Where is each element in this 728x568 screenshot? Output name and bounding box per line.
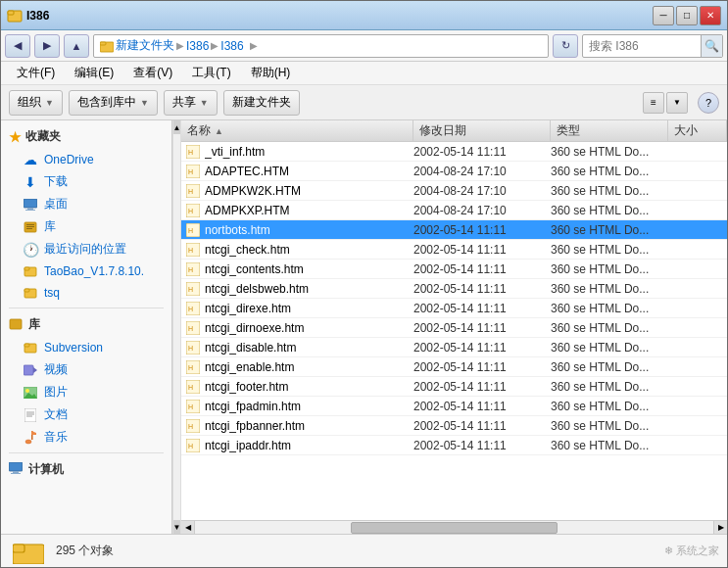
forward-button[interactable]: ▶ [34,34,60,58]
svg-rect-30 [9,462,23,471]
back-button[interactable]: ◀ [5,34,30,58]
sidebar-item-desktop[interactable]: 桌面 [1,193,171,215]
col-header-date[interactable]: 修改日期 [413,120,551,141]
sidebar-item-taobao[interactable]: TaoBao_V1.7.8.10. [1,260,171,282]
svg-text:H: H [188,286,193,293]
sidebar-divider2 [9,452,164,453]
view-buttons: ≡ ▼ [643,92,688,114]
up-button[interactable]: ▲ [64,34,89,58]
organize-button[interactable]: 组织 ▼ [9,90,63,116]
file-type: 360 se HTML Do... [551,282,668,296]
sidebar-divider1 [9,308,164,308]
table-row[interactable]: Hntcgi_dirnoexe.htm2002-05-14 11:11360 s… [181,318,727,338]
file-name: ntcgi_contents.htm [205,262,413,276]
computer-section-title[interactable]: 计算机 [1,457,171,482]
table-row[interactable]: Hntcgi_contents.htm2002-05-14 11:11360 s… [181,260,727,279]
sidebar-item-onedrive[interactable]: ☁ OneDrive [1,149,171,170]
sidebar-item-video[interactable]: 视频 [1,358,171,381]
breadcrumb-part3[interactable]: I386 [220,39,243,53]
menu-view[interactable]: 查看(V) [125,63,180,83]
table-row[interactable]: HADMPKXP.HTM2004-08-24 17:10360 se HTML … [181,201,727,220]
menu-file[interactable]: 文件(F) [9,63,63,83]
close-button[interactable]: ✕ [700,6,721,25]
hscroll-thumb[interactable] [351,522,558,534]
status-logo: ❄ 系统之家 [664,544,719,558]
table-row[interactable]: Hntcgi_fpadmin.htm2002-05-14 11:11360 se… [181,397,727,416]
sidebar-item-subversion[interactable]: Subversion [1,337,171,358]
breadcrumb[interactable]: 新建文件夹 ▶ I386 ▶ I386 ▶ [93,34,549,58]
sidebar-item-downloads[interactable]: ⬇ 下载 [1,170,171,193]
table-row[interactable]: Hntcgi_check.htm2002-05-14 11:11360 se H… [181,240,727,260]
svg-rect-1 [8,11,14,15]
file-name: ntcgi_disable.htm [205,341,413,355]
col-header-size[interactable]: 大小 [668,120,727,141]
menu-tools[interactable]: 工具(T) [184,63,238,83]
table-row[interactable]: Hntcgi_fpbanner.htm2002-05-14 11:11360 s… [181,416,727,436]
file-icon: H [181,162,205,181]
file-icon: H [181,377,205,397]
file-type: 360 se HTML Do... [551,341,668,355]
minimize-button[interactable]: ─ [653,6,674,25]
folder-icon [100,39,114,53]
file-list-area: 名称 ▲ 修改日期 类型 大小 H_vti_inf.htm2002-05-14 … [181,120,727,534]
table-row[interactable]: Hntcgi_ipaddr.htm2002-05-14 11:11360 se … [181,436,727,455]
file-type: 360 se HTML Do... [551,302,668,315]
file-date: 2002-05-14 11:11 [413,282,551,296]
hscroll-track[interactable] [195,521,713,535]
sidebar-scrollbar[interactable]: ▲ ▼ [172,120,181,534]
maximize-button[interactable]: □ [676,6,698,25]
file-icon: H [181,318,205,338]
documents-icon [23,407,38,423]
breadcrumb-part1[interactable]: 新建文件夹 [116,37,174,54]
file-date: 2004-08-24 17:10 [413,204,551,217]
hscrollbar[interactable]: ◀ ▶ [181,520,727,534]
svg-point-27 [25,440,31,444]
table-row[interactable]: Hnortbots.htm2002-05-14 11:11360 se HTML… [181,220,727,240]
favorites-title[interactable]: ★ 收藏夹 [1,124,171,149]
table-row[interactable]: Hntcgi_delsbweb.htm2002-05-14 11:11360 s… [181,279,727,299]
sidebar-item-library[interactable]: 库 [1,215,171,238]
sidebar-item-recent[interactable]: 🕐 最近访问的位置 [1,238,171,260]
sidebar-item-documents[interactable]: 文档 [1,403,171,426]
library-button[interactable]: 包含到库中 ▼ [69,90,158,116]
svg-rect-17 [24,344,29,347]
library-section-title[interactable]: 库 [1,312,171,337]
table-row[interactable]: Hntcgi_enable.htm2002-05-14 11:11360 se … [181,357,727,377]
sidebar-item-music[interactable]: 音乐 [1,426,171,449]
share-button[interactable]: 共享 ▼ [164,90,218,116]
col-header-name[interactable]: 名称 ▲ [181,120,413,141]
table-row[interactable]: H_vti_inf.htm2002-05-14 11:11360 se HTML… [181,142,727,162]
desktop-icon [23,197,38,213]
table-row[interactable]: Hntcgi_direxe.htm2002-05-14 11:11360 se … [181,299,727,318]
file-name: ntcgi_footer.htm [205,380,413,394]
menu-edit[interactable]: 编辑(E) [67,63,121,83]
file-name: nortbots.htm [205,223,413,237]
sidebar-item-pictures[interactable]: 图片 [1,381,171,403]
hscroll-right-button[interactable]: ▶ [713,521,727,535]
col-header-type[interactable]: 类型 [551,120,668,141]
sidebar-scroll-up[interactable]: ▲ [173,120,180,134]
status-count: 295 个对象 [56,543,114,559]
sidebar-item-tsq[interactable]: tsq [1,282,171,304]
table-row[interactable]: Hntcgi_disable.htm2002-05-14 11:11360 se… [181,338,727,357]
table-row[interactable]: Hntcgi_footer.htm2002-05-14 11:11360 se … [181,377,727,397]
breadcrumb-part2[interactable]: I386 [186,39,209,53]
svg-rect-66 [13,544,24,552]
file-date: 2002-05-14 11:11 [413,262,551,276]
refresh-button[interactable]: ↻ [553,34,578,58]
sidebar-scroll-down[interactable]: ▼ [173,520,180,534]
table-row[interactable]: HADMPKW2K.HTM2004-08-24 17:10360 se HTML… [181,181,727,201]
table-row[interactable]: HADAPTEC.HTM2004-08-24 17:10360 se HTML … [181,162,727,181]
new-folder-button[interactable]: 新建文件夹 [223,90,300,116]
search-input[interactable] [583,35,701,57]
help-button[interactable]: ? [698,92,719,114]
search-button[interactable]: 🔍 [701,35,722,57]
file-type: 360 se HTML Do... [551,400,668,413]
hscroll-left-button[interactable]: ◀ [181,521,195,535]
menu-help[interactable]: 帮助(H) [243,63,299,83]
view-details-button[interactable]: ≡ [643,92,664,114]
file-date: 2002-05-14 11:11 [413,341,551,355]
view-dropdown-button[interactable]: ▼ [666,92,688,114]
svg-text:H: H [188,149,193,156]
svg-text:H: H [188,168,193,175]
